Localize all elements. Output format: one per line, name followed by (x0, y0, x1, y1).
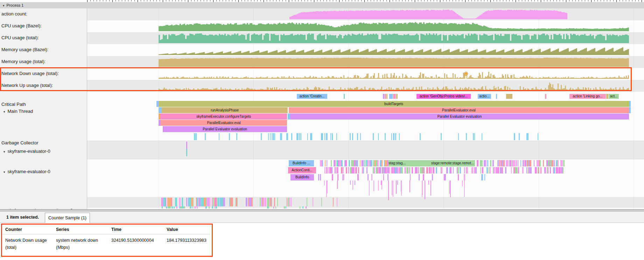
collapse-triangle-icon[interactable]: ▾ (4, 110, 5, 114)
sk2-rowA-dense1[interactable] (374, 160, 376, 166)
gc-ticks[interactable] (268, 133, 269, 140)
gc-ticks[interactable] (473, 133, 474, 140)
sk2-rowB-dense[interactable] (415, 167, 416, 173)
table-cell-value[interactable]: 184.1793113323983 (167, 237, 206, 244)
cpuheavy-sub1[interactable] (197, 206, 198, 208)
sk2-rowB-dense[interactable] (482, 167, 483, 173)
cpuheavy-mid[interactable] (246, 198, 247, 206)
cpuheavy-sub2[interactable] (284, 206, 285, 208)
critical-path-slice[interactable] (496, 94, 497, 99)
counter-chart-memory-usage-bazel-[interactable] (159, 45, 629, 55)
counter-chart-cpu-usage-bazel-[interactable] (159, 21, 629, 31)
counter-chart-network-up-usage-total-[interactable] (159, 81, 629, 91)
cpuheavy-dense2[interactable] (262, 198, 263, 206)
main-thread-row2-slice[interactable]: skyframeExecutor.configureTargets (160, 114, 287, 119)
gc-ticks[interactable] (286, 133, 287, 140)
gc-ticks[interactable] (378, 133, 379, 140)
cpuheavy-dense2[interactable] (261, 198, 262, 206)
cpuheavy-stray[interactable] (337, 198, 338, 206)
cpuheavy-sub1[interactable] (205, 206, 207, 208)
cpuheavy-dense1[interactable] (204, 198, 206, 206)
skyframe2-drip[interactable] (326, 180, 327, 197)
main-thread-row2-slice[interactable] (288, 114, 290, 119)
main-thread-row4-slice[interactable]: Parallel Evaluator evaluation (163, 126, 287, 132)
cpuheavy-sub1[interactable] (212, 206, 213, 208)
gc-ticks-cluster[interactable] (307, 133, 308, 140)
sk2-rowB-dense[interactable] (424, 167, 425, 173)
gc-ticks[interactable] (420, 133, 421, 140)
sk2-rowB-dense[interactable] (545, 167, 546, 173)
gc-ticks-cluster[interactable] (299, 133, 300, 140)
main-thread-row2-slice[interactable]: Parallel Evaluator evaluation (290, 114, 629, 119)
collapse-triangle-icon[interactable]: ▾ (4, 170, 5, 174)
critical-path-slice[interactable] (389, 94, 393, 99)
panel-splitter[interactable] (0, 209, 644, 212)
skyframe2-drip[interactable] (450, 180, 451, 197)
cpuheavy-dense1[interactable] (231, 198, 233, 206)
sk2-rowA-dense1[interactable] (356, 160, 358, 166)
sk2-rowB-dense[interactable] (398, 167, 399, 173)
main-thread-row3-slice[interactable]: ParallelEvaluator.eval (161, 120, 287, 126)
skyframe1-event[interactable] (186, 142, 187, 149)
cpuheavy-sub1[interactable] (216, 206, 217, 208)
skyframe2-drip[interactable] (352, 180, 353, 190)
sk2-rowB-dense[interactable] (464, 167, 465, 173)
selected-sample-dot[interactable] (464, 72, 468, 75)
table-cell-series[interactable]: system network down(Mbps) (56, 237, 98, 251)
sk2-rowB-dense[interactable] (405, 167, 406, 173)
counter-chart-network-down-usage-total-[interactable] (159, 69, 629, 79)
gc-ticks-cluster[interactable] (273, 133, 274, 140)
sk2-rowA-dense1[interactable] (369, 160, 371, 166)
sk2-rowB-dense[interactable] (471, 167, 473, 173)
skyframe2-slice[interactable]: ActionConti... (288, 167, 316, 173)
sk2-rowA-dense1[interactable] (354, 160, 356, 166)
thread-label-1[interactable]: ▾Main Thread (4, 109, 33, 114)
sk2-rowA-dense2[interactable] (546, 160, 547, 166)
sk2-rowA-dense2[interactable] (540, 160, 541, 166)
sk2-rowA-dense2[interactable] (543, 160, 544, 166)
gc-ticks-cluster[interactable] (270, 133, 271, 140)
sk2-rowB-dense[interactable] (417, 167, 418, 173)
sk2-rowB-dense[interactable] (502, 167, 503, 173)
cpuheavy-dense1[interactable] (164, 198, 166, 206)
sk2-rowC-sparse[interactable] (482, 174, 483, 180)
cpuheavy-dense1[interactable] (198, 198, 200, 206)
sk2-rowC-sparse[interactable] (332, 174, 333, 180)
cpuheavy-sub1[interactable] (162, 206, 163, 208)
sk2-rowB-dense[interactable] (328, 167, 330, 173)
sk2-rowB-dense[interactable] (400, 167, 401, 173)
sk2-rowA-dense1[interactable] (341, 160, 342, 166)
sk2-rowA-dense2[interactable] (510, 160, 511, 166)
cpuheavy-sub1[interactable] (214, 206, 215, 208)
sk2-rowB-dense[interactable] (531, 167, 532, 173)
gc-ticks[interactable] (236, 133, 237, 140)
sk2-rowA-dense1[interactable] (377, 160, 379, 166)
gc-ticks-cluster[interactable] (322, 133, 323, 140)
gc-ticks[interactable] (350, 133, 351, 140)
critical-path-slice[interactable] (386, 94, 387, 99)
sk2-rowA-dense2[interactable] (503, 160, 504, 166)
sk2-rowA-dense2[interactable] (498, 160, 499, 166)
sk2-rowA-dense1[interactable] (345, 160, 347, 166)
sk2-rowB-dense[interactable] (515, 167, 517, 173)
gc-ticks[interactable] (195, 133, 197, 140)
sk2-rowC-sparse[interactable] (464, 174, 465, 180)
sk2-rowA-dense2[interactable] (534, 160, 535, 166)
sk2-rowB-dense[interactable] (522, 167, 524, 173)
cpuheavy-sub1[interactable] (176, 206, 177, 208)
skyframe2-drip[interactable] (337, 180, 338, 189)
sk2-rowB-dense[interactable] (331, 167, 332, 173)
gc-ticks-cluster[interactable] (297, 133, 298, 140)
sk2-rowA-dense2[interactable] (558, 160, 559, 166)
gc-ticks[interactable] (466, 133, 467, 140)
gc-ticks[interactable] (441, 133, 442, 140)
cpuheavy-stray[interactable] (313, 198, 314, 206)
sk2-rowB-dense[interactable] (350, 167, 351, 173)
cpuheavy-dense1[interactable] (175, 198, 177, 206)
sk2-rowA-dense1[interactable] (382, 160, 383, 166)
sk2-rowB-dense[interactable] (341, 167, 343, 173)
gc-ticks-cluster[interactable] (261, 133, 262, 140)
sk2-rowA-dense1[interactable] (365, 160, 366, 166)
gc-ticks-cluster[interactable] (327, 133, 328, 140)
sk2-rowB-dense[interactable] (429, 167, 430, 173)
